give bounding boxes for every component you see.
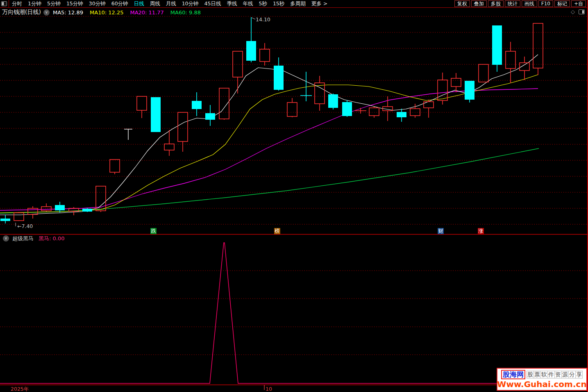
watermark-banner: 股海网 股票软件资源分享 Www.Guhai.com.cn [497, 368, 587, 391]
watermark-row: 股海网 股票软件资源分享 [501, 370, 583, 379]
axis-year-label: 2025年 [11, 386, 29, 392]
watermark-site-name: 股海网 [501, 370, 525, 379]
watermark-tagline-char: 享 [575, 371, 583, 378]
axis-month-label: 10 [266, 386, 272, 392]
indicator-panel-header: ∨ 超级黑马 黑马: 0.00 [3, 235, 64, 242]
event-marker-跌[interactable]: 跌 [150, 228, 157, 234]
indicator-name: 超级黑马 [12, 235, 34, 242]
candlestick-chart-canvas[interactable] [0, 0, 588, 392]
event-marker-涨[interactable]: 涨 [478, 228, 484, 234]
watermark-tagline-char: 分 [568, 371, 576, 378]
watermark-tagline-char: 资 [554, 371, 562, 378]
watermark-tagline-char: 源 [561, 371, 569, 378]
watermark-tagline-char: 股 [527, 371, 534, 378]
watermark-tagline-char: 软 [540, 371, 548, 378]
watermark-url[interactable]: Www.Guhai.com.cn [497, 380, 586, 389]
watermark-tagline-char: 票 [534, 371, 541, 378]
low-price-annotation: ←7.40 [17, 223, 33, 229]
event-marker-榜[interactable]: 榜 [274, 228, 280, 234]
event-marker-财[interactable]: 财 [438, 228, 444, 234]
chevron-down-icon[interactable]: ∨ [3, 235, 9, 242]
trading-app-window: 分时1分钟5分钟15分钟30分钟60分钟日线周线月线10分钟45日线季线年线5秒… [0, 0, 588, 392]
watermark-tagline: 股票软件资源分享 [527, 371, 583, 378]
watermark-tagline-char: 件 [547, 371, 555, 378]
indicator-value: 黑马: 0.00 [39, 235, 64, 242]
high-price-annotation: 14.10 [256, 16, 270, 23]
